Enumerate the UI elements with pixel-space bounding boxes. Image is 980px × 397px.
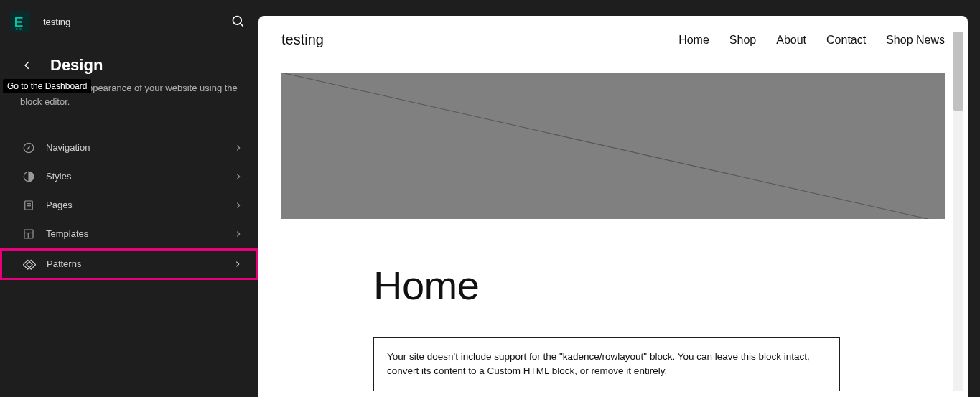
nav-link-about[interactable]: About (776, 34, 806, 47)
preview-page-title: Home (373, 262, 847, 309)
menu-item-label: Patterns (37, 258, 233, 269)
nav-link-shop[interactable]: Shop (729, 34, 756, 47)
preview-site-header: testing Home Shop About Contact Shop New… (258, 16, 968, 64)
block-support-notice: Your site doesn't include support for th… (373, 337, 840, 391)
nav-link-home[interactable]: Home (678, 34, 709, 47)
sidebar-topbar: testing (0, 0, 258, 43)
preview-content: Home Your site doesn't include support f… (258, 219, 847, 391)
menu-item-label: Templates (36, 228, 234, 239)
menu-item-navigation[interactable]: Navigation (0, 134, 258, 162)
preview-nav: Home Shop About Contact Shop News (678, 34, 945, 47)
preview-hero-image (281, 73, 945, 219)
chevron-right-icon (234, 173, 243, 180)
menu-item-label: Navigation (36, 142, 234, 153)
search-icon (231, 14, 246, 29)
dashboard-tooltip: Go to the Dashboard (3, 79, 91, 93)
scrollbar-thumb[interactable] (953, 32, 963, 111)
chevron-left-icon (22, 60, 32, 70)
site-logo[interactable] (3, 4, 37, 39)
search-button[interactable] (221, 4, 256, 39)
menu-item-pages[interactable]: Pages (0, 191, 258, 220)
chevron-right-icon (234, 144, 243, 151)
design-menu: Navigation Styles Pages (0, 134, 258, 280)
svg-line-4 (241, 24, 243, 27)
svg-line-16 (281, 73, 945, 219)
panel-title: Design (50, 56, 103, 75)
preview-canvas[interactable]: testing Home Shop About Contact Shop New… (258, 16, 968, 397)
panel-header: Design Go to the Dashboard (0, 43, 258, 75)
svg-point-3 (233, 17, 242, 25)
svg-marker-6 (28, 146, 30, 150)
menu-item-label: Pages (36, 200, 234, 210)
nav-link-contact[interactable]: Contact (826, 34, 866, 47)
site-name[interactable]: testing (37, 17, 221, 27)
svg-rect-1 (16, 29, 18, 30)
menu-item-styles[interactable]: Styles (0, 162, 258, 191)
chevron-right-icon (234, 230, 243, 238)
preview-site-title[interactable]: testing (281, 32, 324, 48)
chevron-right-icon (233, 261, 242, 268)
svg-rect-11 (24, 230, 33, 238)
back-button[interactable] (20, 60, 34, 70)
styles-icon (22, 169, 36, 184)
editor-main: testing Home Shop About Contact Shop New… (258, 0, 980, 397)
patterns-icon (22, 257, 37, 271)
placeholder-image-icon (281, 73, 945, 219)
menu-item-templates[interactable]: Templates (0, 220, 258, 248)
svg-rect-14 (23, 260, 32, 269)
compass-icon (22, 141, 36, 155)
svg-rect-2 (19, 29, 22, 30)
chevron-right-icon (234, 202, 243, 209)
svg-line-17 (281, 73, 945, 219)
menu-item-label: Styles (36, 171, 234, 182)
nav-link-shop-news[interactable]: Shop News (886, 34, 945, 47)
svg-rect-15 (27, 260, 36, 269)
svg-rect-8 (25, 201, 33, 210)
templates-icon (22, 227, 36, 241)
logo-icon (10, 11, 30, 32)
editor-sidebar: testing Design Go to the Dashboard Custo… (0, 0, 258, 397)
menu-item-patterns[interactable]: Patterns (0, 248, 258, 280)
pages-icon (22, 198, 36, 212)
